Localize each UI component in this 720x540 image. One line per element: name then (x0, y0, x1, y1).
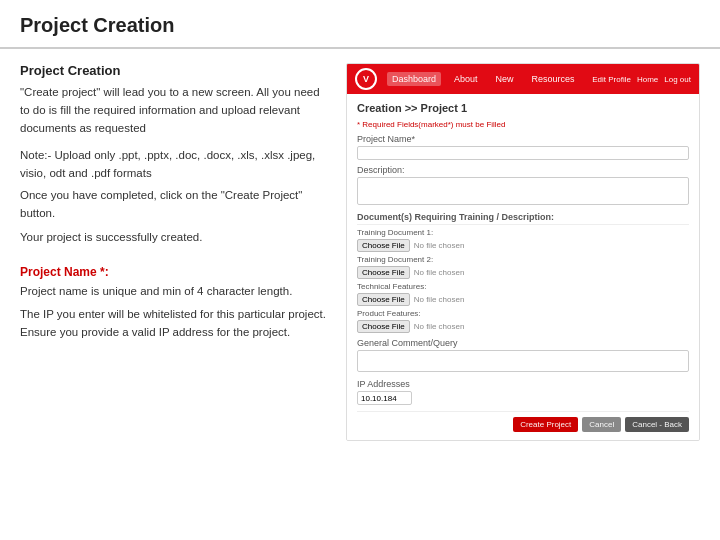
create-project-button[interactable]: Create Project (513, 417, 578, 432)
ip-row (357, 391, 689, 405)
project-name-group: Project Name* (357, 134, 689, 160)
nav-item-about[interactable]: About (449, 72, 483, 86)
vodafone-navbar: V Dashboard About New Resources Edit Pro… (347, 64, 699, 94)
left-section-title: Project Creation (20, 63, 330, 78)
form-area: Creation >> Project 1 * Required Fields(… (347, 94, 699, 440)
page-title: Project Creation (20, 14, 700, 37)
file-row-3: Choose File No file chosen (357, 320, 689, 333)
choose-file-btn-3[interactable]: Choose File (357, 320, 410, 333)
form-title: Creation >> Project 1 (357, 102, 689, 114)
page-header: Project Creation (0, 0, 720, 49)
description-input[interactable] (357, 177, 689, 205)
nav-home[interactable]: Home (637, 75, 658, 84)
nav-item-resources[interactable]: Resources (527, 72, 580, 86)
left-column: Project Creation "Create project" will l… (20, 63, 330, 441)
comment-label: General Comment/Query (357, 338, 689, 348)
file-label-1: Training Document 2: (357, 255, 689, 264)
ip-desc: The IP you enter will be whitelisted for… (20, 306, 330, 342)
right-column-form: V Dashboard About New Resources Edit Pro… (346, 63, 700, 441)
project-name-input[interactable] (357, 146, 689, 160)
instruction2: Your project is successfully created. (20, 229, 330, 247)
file-row-2: Choose File No file chosen (357, 293, 689, 306)
file-status-2: No file chosen (414, 295, 465, 304)
nav-logout[interactable]: Log out (664, 75, 691, 84)
cancel-button[interactable]: Cancel (582, 417, 621, 432)
doc-section-label: Document(s) Requiring Training / Descrip… (357, 212, 689, 225)
ip-input[interactable] (357, 391, 412, 405)
file-status-1: No file chosen (414, 268, 465, 277)
choose-file-btn-1[interactable]: Choose File (357, 266, 410, 279)
choose-file-btn-0[interactable]: Choose File (357, 239, 410, 252)
file-uploads-group: Training Document 1: Choose File No file… (357, 228, 689, 333)
form-buttons: Create Project Cancel Cancel - Back (357, 411, 689, 432)
project-name-label: Project Name *: (20, 265, 330, 279)
description-label: Description: (357, 165, 689, 175)
instruction1: Once you have completed, click on the "C… (20, 187, 330, 223)
nav-edit-profile[interactable]: Edit Profile (592, 75, 631, 84)
nav-items: Dashboard About New Resources (387, 72, 580, 86)
choose-file-btn-2[interactable]: Choose File (357, 293, 410, 306)
nav-right: Edit Profile Home Log out (592, 75, 691, 84)
file-row-0: Choose File No file chosen (357, 239, 689, 252)
ip-group: IP Addresses (357, 379, 689, 405)
file-label-3: Product Features: (357, 309, 689, 318)
comment-group: General Comment/Query (357, 338, 689, 374)
nav-item-dashboard[interactable]: Dashboard (387, 72, 441, 86)
main-content: Project Creation "Create project" will l… (0, 49, 720, 455)
project-name-desc: Project name is unique and min of 4 char… (20, 283, 330, 301)
file-label-0: Training Document 1: (357, 228, 689, 237)
nav-item-new[interactable]: New (491, 72, 519, 86)
note-text: Note:- Upload only .ppt, .pptx, .doc, .d… (20, 147, 330, 183)
file-label-2: Technical Features: (357, 282, 689, 291)
project-name-field-label: Project Name* (357, 134, 689, 144)
back-button[interactable]: Cancel - Back (625, 417, 689, 432)
file-row-1: Choose File No file chosen (357, 266, 689, 279)
ip-section-label: IP Addresses (357, 379, 689, 389)
file-status-0: No file chosen (414, 241, 465, 250)
description-group: Description: (357, 165, 689, 207)
required-note: * Required Fields(marked*) must be Fille… (357, 120, 689, 129)
intro-text: "Create project" will lead you to a new … (20, 84, 330, 137)
comment-input[interactable] (357, 350, 689, 372)
file-status-3: No file chosen (414, 322, 465, 331)
vodafone-logo: V (355, 68, 377, 90)
